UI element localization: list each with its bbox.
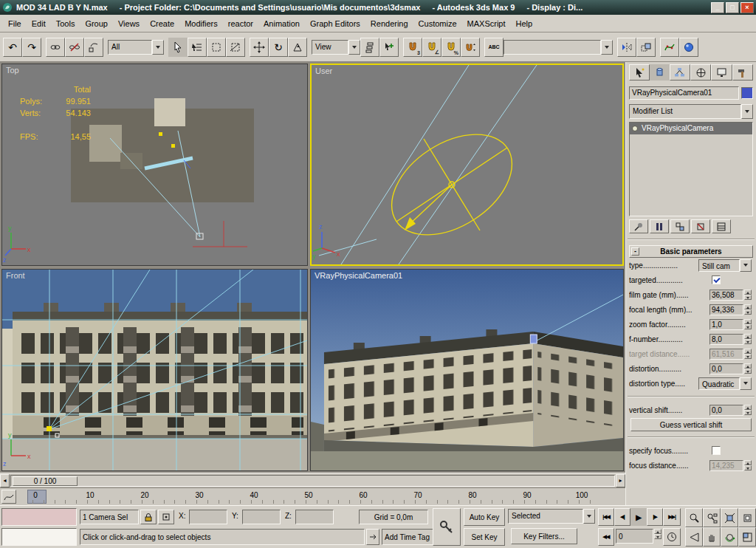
mirror-button[interactable] xyxy=(617,38,636,57)
menu-item-maxscript[interactable]: MAXScript xyxy=(462,15,511,32)
go-to-end-button[interactable]: ▶▶| xyxy=(663,508,681,526)
spinner-arrows[interactable] xyxy=(744,334,752,344)
status-arrows-icon[interactable] xyxy=(366,529,379,545)
key-mode-toggle-button[interactable]: ◀◀ xyxy=(598,528,614,546)
rectangular-selection-region-button[interactable] xyxy=(207,38,226,57)
dropdown-arrow-icon[interactable] xyxy=(152,40,164,55)
film-gate-field[interactable]: 36,508 xyxy=(709,290,743,301)
type-dropdown[interactable]: Still cam xyxy=(698,259,752,272)
use-pivot-point-button[interactable] xyxy=(360,38,379,57)
select-and-scale-button[interactable] xyxy=(288,38,307,57)
viewport-label[interactable]: User xyxy=(315,66,332,75)
angle-snap-toggle-button[interactable]: ∠ xyxy=(422,38,441,57)
edit-named-selections-button[interactable]: ABC xyxy=(484,38,504,57)
f-number-field[interactable]: 8,0 xyxy=(709,334,743,345)
previous-frame-button[interactable]: ◀| xyxy=(614,508,630,526)
distortion-field[interactable]: 0,0 xyxy=(709,363,743,374)
key-filters-button[interactable]: Key Filters... xyxy=(511,528,577,544)
spinner-arrows[interactable] xyxy=(744,290,752,300)
selected-camera-object[interactable] xyxy=(530,335,537,343)
mini-curve-editor-button[interactable] xyxy=(1,490,16,504)
menu-item-animation[interactable]: Animation xyxy=(258,15,305,32)
zoom-button[interactable] xyxy=(685,508,703,527)
guess-vertical-shift-button[interactable]: Guess vertical shift xyxy=(630,418,752,431)
maximize-viewport-toggle[interactable] xyxy=(738,527,756,547)
unlink-selection-button[interactable] xyxy=(65,38,84,57)
selection-filter-dropdown[interactable]: All xyxy=(108,40,164,55)
time-slider-track[interactable]: 0 / 100 xyxy=(10,475,615,487)
tab-utilities[interactable] xyxy=(732,64,753,81)
spinner-arrows[interactable] xyxy=(744,363,752,374)
set-key-button[interactable]: Set Key xyxy=(464,528,505,546)
viewport-label[interactable]: VRayPhysicalCamera01 xyxy=(315,271,402,280)
select-by-name-button[interactable] xyxy=(188,38,207,57)
zoom-extents-button[interactable] xyxy=(721,508,738,527)
show-end-result-button[interactable] xyxy=(650,219,669,233)
named-selection-dropdown[interactable] xyxy=(504,40,613,55)
viewport-label[interactable]: Front xyxy=(6,271,25,280)
reference-coordinate-dropdown[interactable]: View xyxy=(312,40,360,55)
select-object-button[interactable] xyxy=(168,38,188,57)
z-coordinate-field[interactable] xyxy=(295,510,334,524)
undo-button[interactable]: ↶ xyxy=(3,38,22,57)
align-button[interactable] xyxy=(636,38,656,57)
menu-item-modifiers[interactable]: Modifiers xyxy=(179,15,223,32)
field-of-view-button[interactable] xyxy=(685,527,703,547)
go-to-start-button[interactable]: |◀◀ xyxy=(598,508,614,526)
tab-modify[interactable] xyxy=(650,64,669,81)
title-bar[interactable]: MOD 34 LAD B Y N.max - Project Folder: C… xyxy=(0,0,756,15)
menu-item-graph-editors[interactable]: Graph Editors xyxy=(305,15,365,32)
close-button[interactable]: × xyxy=(740,2,754,13)
menu-item-help[interactable]: Help xyxy=(511,15,538,32)
make-unique-button[interactable] xyxy=(670,219,690,233)
y-coordinate-field[interactable] xyxy=(242,510,281,524)
zoom-factor-field[interactable]: 1,0 xyxy=(709,319,743,330)
spinner-arrows[interactable] xyxy=(744,319,752,329)
menu-item-tools[interactable]: Tools xyxy=(51,15,80,32)
time-configuration-button[interactable] xyxy=(663,528,681,546)
set-key-mode-button[interactable] xyxy=(433,508,461,546)
spinner-arrows[interactable] xyxy=(744,405,752,415)
viewport-user-active[interactable]: z x y User xyxy=(310,64,624,266)
tab-hierarchy[interactable] xyxy=(670,64,690,81)
time-slider-right-arrow[interactable]: ▸ xyxy=(616,474,625,487)
menu-item-rendering[interactable]: Rendering xyxy=(365,15,413,32)
object-color-swatch[interactable] xyxy=(741,87,753,99)
pan-view-button[interactable] xyxy=(703,527,721,547)
viewport-camera[interactable]: VRayPhysicalCamera01 xyxy=(310,269,624,471)
key-mode-dropdown[interactable]: Selected xyxy=(508,509,595,524)
next-frame-button[interactable]: |▶ xyxy=(647,508,663,526)
maxscript-mini-recorder[interactable] xyxy=(1,508,77,526)
window-crossing-toggle[interactable] xyxy=(226,38,245,57)
menu-item-views[interactable]: Views xyxy=(113,15,145,32)
spinner-arrows[interactable] xyxy=(654,529,662,544)
current-frame-spinner[interactable]: 0 xyxy=(616,529,662,544)
menu-item-customize[interactable]: Customize xyxy=(413,15,462,32)
select-and-manipulate-button[interactable] xyxy=(379,38,399,57)
selection-lock-toggle[interactable] xyxy=(140,510,157,524)
specify-focus-checkbox[interactable] xyxy=(712,446,721,455)
rollout-collapse-icon[interactable]: - xyxy=(631,247,639,256)
viewport-label[interactable]: Top xyxy=(6,66,19,75)
minimize-button[interactable]: _ xyxy=(711,2,724,13)
dropdown-arrow-icon[interactable] xyxy=(348,40,360,55)
tab-motion[interactable] xyxy=(690,64,711,81)
zoom-extents-all-button[interactable] xyxy=(738,508,756,527)
distortion-type-dropdown[interactable]: Quadratic xyxy=(698,377,752,390)
configure-modifier-sets-button[interactable] xyxy=(712,219,731,233)
menu-item-file[interactable]: File xyxy=(3,15,27,32)
viewport-front[interactable]: y x z Front xyxy=(1,269,308,471)
time-slider-left-arrow[interactable]: ◂ xyxy=(0,474,10,487)
focal-length-field[interactable]: 94,336 xyxy=(709,304,743,315)
dropdown-arrow-icon[interactable] xyxy=(740,377,752,390)
menu-item-reactor[interactable]: reactor xyxy=(223,15,258,32)
dropdown-arrow-icon[interactable] xyxy=(741,104,753,119)
percent-snap-toggle-button[interactable]: % xyxy=(441,38,461,57)
pin-stack-button[interactable] xyxy=(629,219,648,233)
modifier-list-dropdown[interactable]: Modifier List xyxy=(629,104,753,119)
menu-item-group[interactable]: Group xyxy=(80,15,113,32)
dropdown-arrow-icon[interactable] xyxy=(740,259,752,272)
curve-editor-button[interactable] xyxy=(660,38,679,57)
tab-display[interactable] xyxy=(711,64,732,81)
dropdown-arrow-icon[interactable] xyxy=(601,40,613,55)
